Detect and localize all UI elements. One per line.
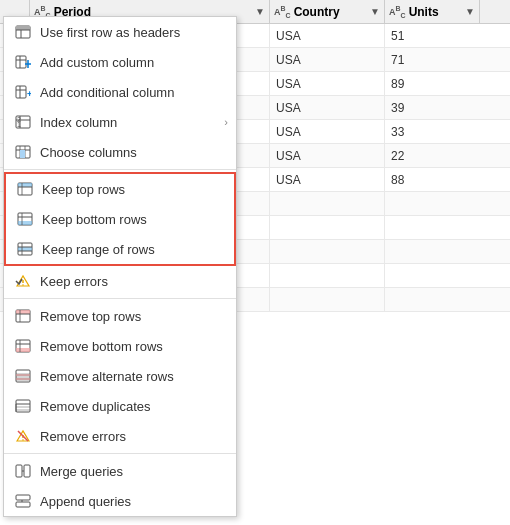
menu-item-merge-queries[interactable]: Merge queries bbox=[4, 456, 236, 486]
separator-after-keep-errors bbox=[4, 298, 236, 299]
menu-label-choose-columns: Choose columns bbox=[40, 145, 228, 160]
menu-item-keep-top-rows[interactable]: Keep top rows bbox=[6, 174, 234, 204]
cell-units bbox=[385, 240, 480, 263]
cell-units: 71 bbox=[385, 48, 480, 71]
cell-units: 33 bbox=[385, 120, 480, 143]
menu-item-use-first-row[interactable]: Use first row as headers bbox=[4, 17, 236, 47]
remove-dupes-icon bbox=[12, 395, 34, 417]
add-cond-col-icon: + bbox=[12, 81, 34, 103]
svg-rect-32 bbox=[18, 247, 32, 251]
menu-label-remove-errors: Remove errors bbox=[40, 429, 228, 444]
cell-units bbox=[385, 288, 480, 311]
menu-item-index-column[interactable]: 1 2 Index column› bbox=[4, 107, 236, 137]
keep-errors-icon bbox=[12, 270, 34, 292]
menu-label-keep-errors: Keep errors bbox=[40, 274, 228, 289]
menu-label-merge-queries: Merge queries bbox=[40, 464, 228, 479]
remove-alternate-icon bbox=[12, 365, 34, 387]
svg-rect-64 bbox=[16, 502, 30, 507]
menu-item-remove-top-rows[interactable]: Remove top rows bbox=[4, 301, 236, 331]
table-header-icon bbox=[12, 21, 34, 43]
svg-rect-24 bbox=[18, 183, 32, 187]
menu-label-keep-bottom-rows: Keep bottom rows bbox=[42, 212, 226, 227]
svg-rect-22 bbox=[20, 150, 25, 158]
svg-rect-63 bbox=[16, 495, 30, 500]
svg-rect-9 bbox=[16, 86, 26, 98]
units-column-label: Units bbox=[409, 5, 465, 19]
cell-country bbox=[270, 240, 385, 263]
menu-label-index-column: Index column bbox=[40, 115, 224, 130]
svg-rect-39 bbox=[16, 310, 30, 314]
cell-units: 88 bbox=[385, 168, 480, 191]
separator-after-remove-errors bbox=[4, 453, 236, 454]
choose-cols-icon bbox=[12, 141, 34, 163]
menu-item-keep-bottom-rows[interactable]: Keep bottom rows bbox=[6, 204, 234, 234]
menu-label-keep-range-rows: Keep range of rows bbox=[42, 242, 226, 257]
menu-label-remove-duplicates: Remove duplicates bbox=[40, 399, 228, 414]
menu-label-remove-alternate-rows: Remove alternate rows bbox=[40, 369, 228, 384]
svg-rect-48 bbox=[16, 378, 30, 380]
country-column-dropdown[interactable]: ▼ bbox=[370, 6, 380, 17]
remove-bottom-icon bbox=[12, 335, 34, 357]
cell-units bbox=[385, 216, 480, 239]
menu-item-add-conditional-col[interactable]: + Add conditional column bbox=[4, 77, 236, 107]
cell-units: 22 bbox=[385, 144, 480, 167]
menu-label-add-conditional-col: Add conditional column bbox=[40, 85, 228, 100]
menu-arrow-index-column: › bbox=[224, 116, 228, 128]
menu-label-keep-top-rows: Keep top rows bbox=[42, 182, 226, 197]
country-column-header[interactable]: ABC Country ▼ bbox=[270, 0, 385, 23]
add-col-icon bbox=[12, 51, 34, 73]
svg-rect-4 bbox=[16, 56, 26, 68]
menu-label-remove-bottom-rows: Remove bottom rows bbox=[40, 339, 228, 354]
svg-point-37 bbox=[22, 284, 24, 286]
country-type-icon: ABC bbox=[274, 5, 291, 19]
menu-label-add-custom-col: Add custom column bbox=[40, 55, 228, 70]
menu-item-remove-duplicates[interactable]: Remove duplicates bbox=[4, 391, 236, 421]
index-col-icon: 1 2 bbox=[12, 111, 34, 133]
keep-bottom-icon bbox=[14, 208, 36, 230]
cell-units: 39 bbox=[385, 96, 480, 119]
units-column-header[interactable]: ABC Units ▼ bbox=[385, 0, 480, 23]
cell-units bbox=[385, 192, 480, 215]
svg-rect-43 bbox=[16, 348, 30, 352]
menu-label-remove-top-rows: Remove top rows bbox=[40, 309, 228, 324]
svg-text:2: 2 bbox=[17, 116, 21, 123]
svg-rect-47 bbox=[16, 374, 30, 376]
svg-rect-62 bbox=[24, 465, 30, 477]
units-column-dropdown[interactable]: ▼ bbox=[465, 6, 475, 17]
context-menu[interactable]: Use first row as headers Add custom colu… bbox=[3, 16, 237, 517]
menu-item-keep-errors[interactable]: Keep errors bbox=[4, 266, 236, 296]
svg-point-59 bbox=[22, 439, 24, 441]
menu-item-remove-alternate-rows[interactable]: Remove alternate rows bbox=[4, 361, 236, 391]
cell-country: USA bbox=[270, 96, 385, 119]
menu-label-use-first-row: Use first row as headers bbox=[40, 25, 228, 40]
menu-item-remove-bottom-rows[interactable]: Remove bottom rows bbox=[4, 331, 236, 361]
cell-country: USA bbox=[270, 120, 385, 143]
menu-item-add-custom-col[interactable]: Add custom column bbox=[4, 47, 236, 77]
cell-country bbox=[270, 288, 385, 311]
cell-country bbox=[270, 192, 385, 215]
menu-label-append-queries: Append queries bbox=[40, 494, 228, 509]
cell-units: 51 bbox=[385, 24, 480, 47]
svg-rect-61 bbox=[16, 465, 22, 477]
menu-item-remove-errors[interactable]: Remove errors bbox=[4, 421, 236, 451]
cell-country: USA bbox=[270, 24, 385, 47]
cell-country: USA bbox=[270, 168, 385, 191]
merge-icon bbox=[12, 460, 34, 482]
separator-after-choose-columns bbox=[4, 169, 236, 170]
menu-item-keep-range-rows[interactable]: Keep range of rows bbox=[6, 234, 234, 264]
remove-top-icon bbox=[12, 305, 34, 327]
svg-text:+: + bbox=[27, 89, 31, 99]
remove-errors-icon bbox=[12, 425, 34, 447]
cell-units bbox=[385, 264, 480, 287]
period-column-dropdown[interactable]: ▼ bbox=[255, 6, 265, 17]
keep-top-icon bbox=[14, 178, 36, 200]
cell-country: USA bbox=[270, 48, 385, 71]
append-icon bbox=[12, 490, 34, 512]
svg-rect-1 bbox=[16, 26, 30, 30]
keep-range-icon bbox=[14, 238, 36, 260]
cell-units: 89 bbox=[385, 72, 480, 95]
menu-item-choose-columns[interactable]: Choose columns bbox=[4, 137, 236, 167]
cell-country bbox=[270, 216, 385, 239]
menu-item-append-queries[interactable]: Append queries bbox=[4, 486, 236, 516]
cell-country bbox=[270, 264, 385, 287]
